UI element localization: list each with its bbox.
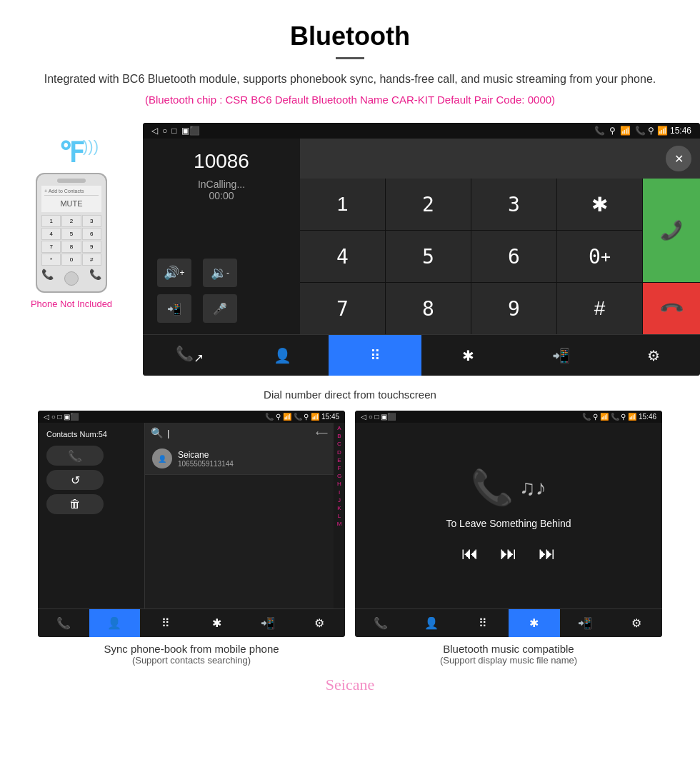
key-5[interactable]: 5 <box>386 231 471 282</box>
music-contacts-btn[interactable]: 👤 <box>406 609 458 637</box>
music-status-bar: ◁ ○ □ ▣⬛ 📞 ⚲ 📶 📞 ⚲ 📶 15:46 <box>355 411 662 423</box>
title-divider <box>336 57 364 59</box>
phone-key-8: 8 <box>61 241 81 253</box>
phone-key-0: 0 <box>61 254 81 266</box>
phone-transfer-btn[interactable]: 📞↗ <box>143 335 236 376</box>
contacts-settings-btn[interactable]: ⚙ <box>294 609 345 637</box>
volume-down-button[interactable]: 🔉- <box>203 259 237 287</box>
numpad-area: ✕ 1 2 3 ✱ 📞 4 5 <box>300 139 700 334</box>
wifi-icon-c: 📶 <box>283 413 291 421</box>
phone-speaker <box>57 179 86 183</box>
watermark-area: Seicane <box>0 668 700 698</box>
alphabet-index: A B C D E F G H I J K L M <box>334 423 345 608</box>
phone-key-2: 2 <box>61 215 81 227</box>
key-6[interactable]: 6 <box>471 231 556 282</box>
numpad-grid: 1 2 3 ✱ 📞 4 5 6 0+ 7 8 <box>300 179 700 334</box>
transfer-button[interactable]: 📲 <box>157 294 191 323</box>
settings-btn[interactable]: ⚙ <box>607 335 700 376</box>
handsfree-btn[interactable]: 📲 <box>514 335 607 376</box>
key-3[interactable]: 3 <box>471 179 556 230</box>
extra-controls: 📲 🎤 <box>157 294 286 323</box>
call-action-btn[interactable]: 📞 <box>46 446 104 466</box>
key-2[interactable]: 2 <box>386 179 471 230</box>
loc-icon-c: ⚲ <box>276 413 281 421</box>
key-4[interactable]: 4 <box>300 231 385 282</box>
phone-call-icon: 📞 <box>41 269 54 289</box>
contacts-handsfree-btn[interactable]: 📲 <box>243 609 294 637</box>
recent-icon: □ <box>171 126 176 136</box>
main-dial-screen: ◁ ○ □ ▣⬛ 📞 ⚲ 📶 📞 ⚲ 📶 15:46 <box>143 123 700 376</box>
numpad-top-bar: ✕ <box>300 139 700 179</box>
dialed-number: 10086 <box>157 150 286 173</box>
mic-button[interactable]: 🎤 <box>203 294 237 323</box>
contact-item-seicane[interactable]: 👤 Seicane 10655059113144 <box>145 443 334 475</box>
volume-up-button[interactable]: 🔊+ <box>157 259 191 287</box>
music-caption-main: Bluetooth music compatible <box>355 643 662 655</box>
alpha-m: M <box>337 520 342 528</box>
main-caption: Dial number direct from touchscreen <box>0 388 700 401</box>
contact-number: 10655059113144 <box>178 460 234 468</box>
contacts-screen: ◁ ○ □ ▣⬛ 📞 ⚲ 📶 📞 ⚲ 📶 15:45 Contacts Num:… <box>38 411 345 637</box>
play-pause-button[interactable]: ⏭ <box>500 543 517 563</box>
home-icon-c: ○ <box>51 413 56 421</box>
alpha-d: D <box>337 448 341 456</box>
phone-key-1: 1 <box>41 215 61 227</box>
search-input[interactable]: | <box>167 428 311 438</box>
search-icon: 🔍 <box>151 427 163 438</box>
back-icon-m: ◁ <box>361 413 366 421</box>
key-7[interactable]: 7 <box>300 283 385 334</box>
status-right: 📞 ⚲ 📶 📞 ⚲ 📶 15:46 <box>594 126 691 136</box>
key-9[interactable]: 9 <box>471 283 556 334</box>
sync-action-btn[interactable]: ↺ <box>46 470 104 490</box>
call-button[interactable]: 📞 <box>643 179 700 282</box>
contacts-status-bar: ◁ ○ □ ▣⬛ 📞 ⚲ 📶 📞 ⚲ 📶 15:45 <box>38 411 345 423</box>
delete-action-btn[interactable]: 🗑 <box>46 494 104 514</box>
contacts-caption: Sync phone-book from mobile phone (Suppo… <box>38 643 345 666</box>
phone-keypad: 1 2 3 4 5 6 7 8 9 * 0 # <box>41 215 101 266</box>
bluetooth-signal-area: ℉ ))) <box>59 137 84 169</box>
contacts-status-right: 📞 ⚲ 📶 📞 ⚲ 📶 15:45 <box>265 413 339 421</box>
backspace-button[interactable]: ✕ <box>666 146 691 171</box>
volume-controls: 🔊+ 🔉- <box>157 259 286 287</box>
location-icon: ⚲ <box>609 126 616 136</box>
notif-icon-c: ▣⬛ <box>64 413 79 421</box>
dial-body: 10086 InCalling... 00:00 🔊+ 🔉- 📲 � <box>143 139 700 334</box>
notif-icon-m: ▣⬛ <box>381 413 396 421</box>
music-dialpad-btn[interactable]: ⠿ <box>457 609 509 637</box>
contacts-dialpad-btn[interactable]: ⠿ <box>140 609 191 637</box>
key-star[interactable]: ✱ <box>557 179 642 230</box>
song-title: To Leave Something Behind <box>446 518 571 529</box>
contacts-phone-btn[interactable]: 📞 <box>38 609 89 637</box>
phone-screen-label: + Add to Contacts <box>44 189 84 194</box>
alpha-c: C <box>337 440 341 448</box>
alpha-l: L <box>338 512 341 520</box>
key-1[interactable]: 1 <box>300 179 385 230</box>
notification-icon: ▣⬛ <box>181 126 200 136</box>
music-screen: ◁ ○ □ ▣⬛ 📞 ⚲ 📶 📞 ⚲ 📶 15:46 📞 ♫♪ To Lea <box>355 411 662 637</box>
key-0plus[interactable]: 0+ <box>557 231 642 282</box>
next-track-button[interactable]: ⏭ <box>539 543 556 563</box>
alpha-f: F <box>338 464 341 472</box>
contacts-caption-sub: (Support contacts searching) <box>38 655 345 666</box>
phone-action-bar: 📞 📞 <box>41 269 101 289</box>
alpha-e: E <box>337 456 341 464</box>
music-bt-btn[interactable]: ✱ <box>509 609 560 637</box>
contacts-bt-btn[interactable]: ✱ <box>191 609 243 637</box>
end-call-button[interactable]: 📞 <box>643 283 700 334</box>
key-8[interactable]: 8 <box>386 283 471 334</box>
music-phone-btn[interactable]: 📞 <box>355 609 406 637</box>
status-left: ◁ ○ □ ▣⬛ <box>151 126 200 136</box>
music-status-left: ◁ ○ □ ▣⬛ <box>361 413 396 421</box>
phone-key-hash: # <box>82 254 101 266</box>
contacts-contacts-btn[interactable]: 👤 <box>89 609 141 637</box>
key-hash[interactable]: # <box>557 283 642 334</box>
dialpad-btn[interactable]: ⠿ <box>329 335 421 376</box>
contacts-btn[interactable]: 👤 <box>236 335 329 376</box>
music-handsfree-btn[interactable]: 📲 <box>560 609 611 637</box>
music-settings-btn[interactable]: ⚙ <box>611 609 662 637</box>
prev-track-button[interactable]: ⏮ <box>461 543 479 563</box>
contacts-caption-main: Sync phone-book from mobile phone <box>38 643 345 655</box>
music-notes-icon: ♫♪ <box>519 476 546 500</box>
phone-key-5: 5 <box>61 228 81 240</box>
bluetooth-btn[interactable]: ✱ <box>421 335 514 376</box>
